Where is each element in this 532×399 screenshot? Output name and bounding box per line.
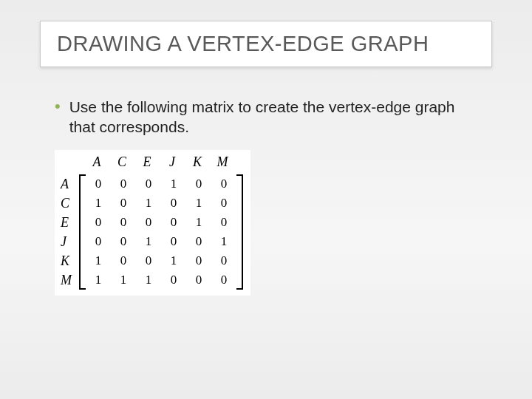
matrix-row-headers: A C E J K M [61,174,72,290]
matrix-cell: 0 [211,194,236,213]
matrix-cell: 0 [211,270,236,290]
bullet-marker: • [55,97,61,116]
matrix-cell: 0 [161,270,186,290]
matrix-cell: 1 [161,251,186,270]
matrix-cell: 0 [111,194,136,213]
matrix-cell: 0 [211,213,236,232]
matrix-row-label: K [61,251,72,270]
matrix-cell: 0 [111,213,136,232]
matrix-cell: 0 [161,232,186,251]
matrix-col-label: C [109,154,134,170]
matrix-col-label: A [84,154,109,170]
matrix-cell: 1 [86,194,111,213]
matrix-cell: 0 [136,174,161,194]
matrix-col-label: J [160,154,185,170]
matrix-cell: 1 [161,174,186,194]
matrix-cell: 0 [111,232,136,251]
matrix-cell: 0 [211,174,236,194]
matrix-cell: 0 [86,232,111,251]
matrix-cell: 1 [86,251,111,270]
matrix-cell: 0 [161,194,186,213]
matrix-col-label: K [185,154,210,170]
matrix-row-label: M [61,270,72,290]
matrix-cell: 1 [211,232,236,251]
matrix-row-label: J [61,232,72,251]
matrix-col-label: E [134,154,160,170]
matrix-cell: 1 [111,270,136,290]
matrix-cell: 0 [136,251,161,270]
matrix: A C E J K M A C E J K M 0 0 0 1 0 0 1 [55,150,250,296]
slide-title: DRAWING A VERTEX-EDGE GRAPH [57,32,475,56]
matrix-values: 0 0 0 1 0 0 1 0 1 0 1 0 0 0 0 0 1 0 [86,174,236,290]
bullet-text: Use the following matrix to create the v… [69,97,468,137]
matrix-cell: 0 [186,174,211,194]
matrix-cell: 0 [186,270,211,290]
matrix-cell: 1 [136,232,161,251]
matrix-row: 1 0 0 1 0 0 [86,251,236,270]
title-box: DRAWING A VERTEX-EDGE GRAPH [40,21,492,67]
matrix-cell: 0 [136,213,161,232]
matrix-cell: 0 [161,213,186,232]
matrix-cell: 1 [86,270,111,290]
matrix-bracket-right [236,174,243,290]
matrix-cell: 0 [111,174,136,194]
matrix-col-label: M [210,154,235,170]
matrix-row: 0 0 0 1 0 0 [86,174,236,194]
matrix-cell: 1 [136,194,161,213]
matrix-row-label: C [61,194,72,213]
matrix-row: 1 1 1 0 0 0 [86,270,236,290]
matrix-cell: 0 [186,251,211,270]
matrix-row-label: A [61,174,72,194]
matrix-cell: 0 [86,213,111,232]
matrix-bracket-left [79,174,86,290]
matrix-row: 0 0 0 0 1 0 [86,213,236,232]
matrix-row: 1 0 1 0 1 0 [86,194,236,213]
matrix-row-label: E [61,213,72,232]
matrix-cell: 1 [186,194,211,213]
matrix-cell: 1 [136,270,161,290]
bullet-item: • Use the following matrix to create the… [55,97,497,137]
matrix-cell: 0 [186,232,211,251]
matrix-col-headers: A C E J K M [84,154,243,170]
matrix-cell: 1 [186,213,211,232]
matrix-cell: 0 [111,251,136,270]
matrix-cell: 0 [211,251,236,270]
matrix-cell: 0 [86,174,111,194]
matrix-row: 0 0 1 0 0 1 [86,232,236,251]
